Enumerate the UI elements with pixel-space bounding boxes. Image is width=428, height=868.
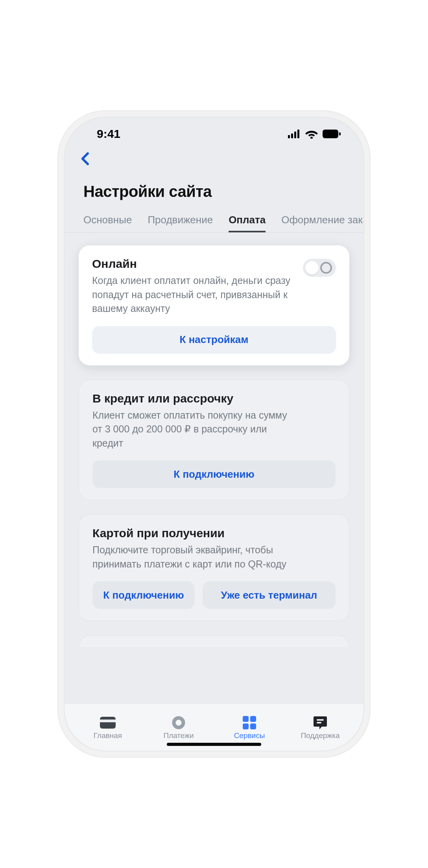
delivery-connect-button[interactable]: К подключению	[92, 581, 195, 609]
svg-rect-11	[243, 723, 249, 729]
svg-rect-14	[317, 722, 321, 723]
svg-rect-1	[291, 134, 293, 138]
svg-rect-9	[243, 716, 249, 722]
card-online-desc: Когда клиент оплатит онлайн, деньги сраз…	[92, 274, 297, 316]
card-peek	[79, 635, 349, 647]
svg-rect-13	[317, 719, 324, 721]
tab-payments-label: Платежи	[163, 731, 194, 740]
card-online: Онлайн Когда клиент оплатит онлайн, день…	[79, 245, 349, 365]
svg-rect-12	[250, 723, 256, 729]
grid-icon	[243, 715, 256, 731]
card-on-delivery-title: Картой при получении	[92, 527, 336, 540]
tab-support[interactable]: Поддержка	[285, 704, 356, 751]
tab-payment[interactable]: Оплата	[229, 214, 266, 232]
svg-rect-6	[100, 717, 116, 729]
status-icons	[288, 129, 341, 139]
svg-rect-7	[100, 720, 116, 722]
online-toggle[interactable]	[303, 259, 336, 277]
back-chevron-icon[interactable]	[78, 151, 94, 167]
card-on-delivery: Картой при получении Подключите торговый…	[79, 514, 349, 621]
online-settings-button[interactable]: К настройкам	[92, 326, 336, 354]
content-area: Онлайн Когда клиент оплатит онлайн, день…	[65, 233, 363, 703]
tab-support-label: Поддержка	[301, 731, 339, 740]
svg-rect-10	[250, 716, 256, 722]
svg-rect-5	[339, 132, 341, 135]
svg-point-8	[174, 718, 183, 727]
card-credit-desc: Клиент сможет оплатить покупку на сумму …	[92, 408, 297, 451]
status-bar: 9:41	[65, 117, 363, 145]
battery-icon	[323, 130, 341, 138]
page-title: Настройки сайта	[65, 172, 363, 209]
top-nav	[65, 145, 363, 172]
tab-checkout[interactable]: Оформление заказа	[281, 214, 363, 232]
card-icon	[100, 715, 116, 731]
tab-home-label: Главная	[94, 731, 122, 740]
home-indicator[interactable]	[167, 743, 261, 746]
circle-icon	[172, 715, 185, 731]
svg-rect-2	[294, 132, 296, 138]
chat-icon	[313, 715, 327, 731]
card-credit-title: В кредит или рассрочку	[92, 392, 336, 405]
svg-rect-3	[297, 130, 299, 138]
card-credit: В кредит или рассрочку Клиент сможет опл…	[79, 380, 349, 501]
tab-basic[interactable]: Основные	[83, 214, 132, 232]
status-time: 9:41	[97, 127, 120, 141]
svg-rect-0	[288, 135, 290, 138]
card-online-title: Онлайн	[92, 257, 297, 271]
tab-services-label: Сервисы	[234, 731, 265, 740]
tab-promotion[interactable]: Продвижение	[148, 214, 213, 232]
wifi-icon	[305, 129, 318, 139]
settings-tabs: Основные Продвижение Оплата Оформление з…	[65, 209, 363, 233]
cellular-icon	[288, 130, 301, 138]
credit-connect-button[interactable]: К подключению	[92, 460, 336, 488]
card-on-delivery-desc: Подключите торговый эквайринг, чтобы при…	[92, 543, 297, 571]
svg-rect-4	[323, 130, 338, 138]
tab-home[interactable]: Главная	[72, 704, 143, 751]
delivery-have-terminal-button[interactable]: Уже есть терминал	[203, 581, 336, 609]
